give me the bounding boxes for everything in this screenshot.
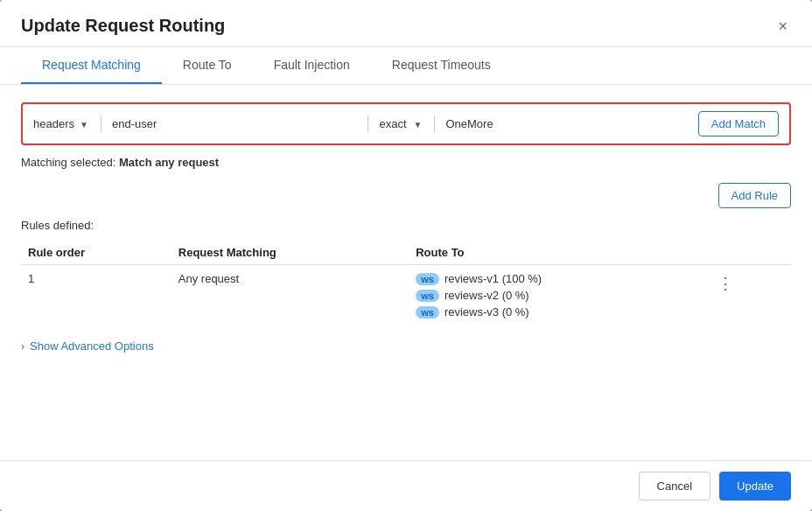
add-rule-row: Add Rule: [21, 183, 791, 208]
modal-title: Update Request Routing: [21, 16, 225, 46]
col-header-rule-order: Rule order: [21, 241, 172, 265]
tab-request-matching[interactable]: Request Matching: [21, 47, 162, 84]
route-item-0: ws reviews-v1 (100 %): [416, 272, 698, 285]
col-header-route-to: Route To: [409, 241, 705, 265]
route-item-1: ws reviews-v2 (0 %): [416, 289, 698, 302]
rule-order-cell: 1: [21, 265, 172, 326]
show-advanced-options[interactable]: › Show Advanced Options: [21, 340, 791, 353]
tabs-bar: Request Matching Route To Fault Injectio…: [0, 47, 812, 85]
matching-info: Matching selected: Match any request: [21, 156, 791, 169]
route-item-2: ws reviews-v3 (0 %): [416, 305, 698, 318]
tab-request-timeouts[interactable]: Request Timeouts: [371, 47, 512, 84]
route-to-list: ws reviews-v1 (100 %) ws reviews-v2 (0 %…: [416, 272, 698, 318]
route-label-0: reviews-v1 (100 %): [444, 272, 542, 285]
match-type-select-wrapper: headers uri method ▼: [33, 117, 90, 130]
divider-3: [434, 116, 435, 133]
rule-route-to-cell: ws reviews-v1 (100 %) ws reviews-v2 (0 %…: [409, 265, 705, 326]
update-request-routing-modal: Update Request Routing × Request Matchin…: [0, 0, 812, 511]
tab-route-to[interactable]: Route To: [162, 47, 253, 84]
ws-badge-1: ws: [416, 290, 439, 302]
show-advanced-label: Show Advanced Options: [30, 340, 154, 353]
update-button[interactable]: Update: [719, 472, 791, 500]
col-header-actions: [705, 241, 791, 265]
table-row: 1 Any request ws reviews-v1 (100 %) ws: [21, 265, 791, 326]
divider-1: [101, 116, 102, 133]
match-value-input[interactable]: [445, 117, 690, 130]
match-key-input[interactable]: [112, 117, 357, 130]
rules-table: Rule order Request Matching Route To 1 A…: [21, 241, 791, 326]
more-options-button[interactable]: ⋮: [712, 272, 738, 295]
match-type-select[interactable]: headers uri method: [33, 117, 90, 130]
match-criteria-row: headers uri method ▼ exact prefix regex …: [21, 102, 791, 145]
ws-badge-0: ws: [416, 273, 439, 285]
show-advanced-arrow: ›: [21, 340, 24, 353]
rule-matching-cell: Any request: [172, 265, 409, 326]
route-label-1: reviews-v2 (0 %): [444, 289, 529, 302]
close-button[interactable]: ×: [774, 18, 791, 34]
rule-actions-cell: ⋮: [705, 265, 791, 326]
col-header-request-matching: Request Matching: [172, 241, 409, 265]
route-label-2: reviews-v3 (0 %): [444, 305, 529, 318]
cancel-button[interactable]: Cancel: [639, 472, 710, 500]
modal-body: headers uri method ▼ exact prefix regex …: [0, 85, 812, 460]
add-match-button[interactable]: Add Match: [698, 111, 779, 136]
ws-badge-2: ws: [416, 306, 439, 318]
modal-header: Update Request Routing ×: [0, 0, 812, 47]
match-operator-select-wrapper: exact prefix regex ▼: [379, 117, 424, 130]
match-operator-select[interactable]: exact prefix regex: [379, 117, 424, 130]
modal-footer: Cancel Update: [0, 460, 812, 511]
divider-2: [368, 116, 368, 133]
rules-section-label: Rules defined:: [21, 219, 791, 232]
tab-fault-injection[interactable]: Fault Injection: [253, 47, 371, 84]
add-rule-button[interactable]: Add Rule: [718, 183, 791, 208]
